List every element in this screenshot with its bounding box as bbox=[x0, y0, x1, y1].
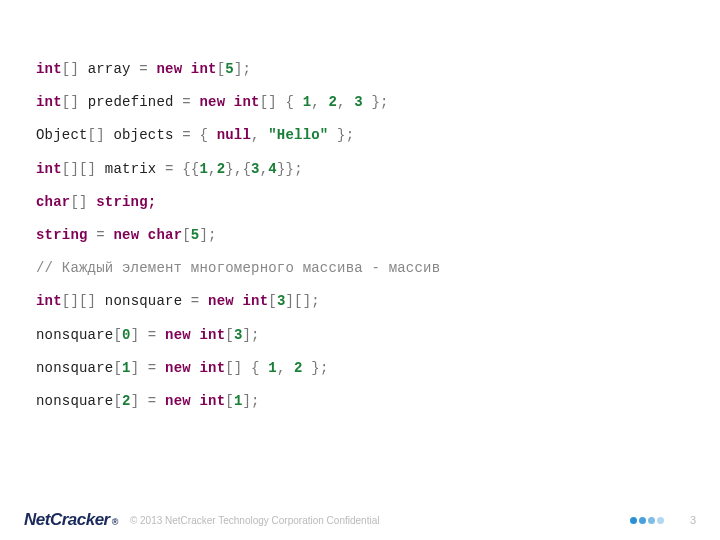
code-line: Object[] objects = { null, "Hello" }; bbox=[36, 126, 684, 144]
keyword-new-int: new int bbox=[148, 61, 217, 77]
number: 2 bbox=[294, 360, 303, 376]
brace-open: {{ bbox=[174, 161, 200, 177]
keyword-new-int: new int bbox=[156, 327, 225, 343]
keyword-int: int bbox=[36, 94, 62, 110]
operator: = bbox=[165, 161, 174, 177]
operator: = bbox=[96, 227, 105, 243]
number: 1 bbox=[199, 161, 208, 177]
brace-open: { bbox=[191, 127, 217, 143]
identifier: matrix bbox=[105, 161, 165, 177]
bracket-close: ]; bbox=[242, 393, 259, 409]
brackets: [] bbox=[88, 127, 114, 143]
brace-close: }; bbox=[328, 127, 354, 143]
slide: int[] array = new int[5]; int[] predefin… bbox=[0, 0, 720, 540]
number: 0 bbox=[122, 327, 131, 343]
bracket-close: ] bbox=[131, 393, 148, 409]
copyright-text: © 2013 NetCracker Technology Corporation… bbox=[130, 515, 380, 526]
identifier: array bbox=[88, 61, 140, 77]
identifier: objects bbox=[113, 127, 182, 143]
operator: = bbox=[182, 127, 191, 143]
bracket-open: [ bbox=[182, 227, 191, 243]
number: 2 bbox=[329, 94, 338, 110]
bracket-open: [ bbox=[113, 360, 122, 376]
page-number: 3 bbox=[682, 514, 696, 526]
number: 2 bbox=[217, 161, 226, 177]
registered-icon: ® bbox=[112, 517, 118, 527]
code-line: nonsquare[1] = new int[] { 1, 2 }; bbox=[36, 359, 684, 377]
keyword-new-int: new int bbox=[156, 393, 225, 409]
identifier: predefined bbox=[88, 94, 183, 110]
comma: , bbox=[208, 161, 217, 177]
number: 1 bbox=[122, 360, 131, 376]
identifier: nonsquare bbox=[36, 360, 113, 376]
number: 3 bbox=[251, 161, 260, 177]
keyword-null: null bbox=[217, 127, 251, 143]
brace-close: }; bbox=[363, 94, 389, 110]
brackets: [][] bbox=[62, 293, 105, 309]
bracket-open: [ bbox=[217, 61, 226, 77]
identifier: nonsquare bbox=[105, 293, 191, 309]
brace-open: [] { bbox=[225, 360, 268, 376]
brace-mid: },{ bbox=[225, 161, 251, 177]
bracket-close: ]; bbox=[242, 327, 259, 343]
bracket-open: [ bbox=[225, 327, 234, 343]
bracket-close: ][]; bbox=[285, 293, 319, 309]
dot-icon bbox=[648, 517, 655, 524]
number: 2 bbox=[122, 393, 131, 409]
code-line: int[] array = new int[5]; bbox=[36, 60, 684, 78]
number: 5 bbox=[225, 61, 234, 77]
string-literal: "Hello" bbox=[268, 127, 328, 143]
dot-icon bbox=[657, 517, 664, 524]
keyword-char: char bbox=[36, 194, 70, 210]
bracket-open: [ bbox=[113, 327, 122, 343]
identifier-string: string bbox=[36, 227, 96, 243]
brackets: [] bbox=[70, 194, 96, 210]
comma: , bbox=[337, 94, 354, 110]
brackets: [][] bbox=[62, 161, 105, 177]
code-line: // Каждый элемент многомерного массива -… bbox=[36, 259, 684, 277]
comma: , bbox=[277, 360, 294, 376]
comma: , bbox=[251, 127, 268, 143]
code-line: nonsquare[0] = new int[3]; bbox=[36, 326, 684, 344]
code-line: int[][] matrix = {{1,2},{3,4}}; bbox=[36, 160, 684, 178]
operator: = bbox=[182, 94, 191, 110]
comment: // Каждый элемент многомерного массива -… bbox=[36, 260, 440, 276]
logo: NetCracker® bbox=[24, 510, 118, 530]
number: 3 bbox=[354, 94, 363, 110]
dot-icon bbox=[639, 517, 646, 524]
brackets: [] bbox=[62, 94, 88, 110]
identifier: nonsquare bbox=[36, 393, 113, 409]
logo-text-net: Net bbox=[24, 510, 50, 530]
keyword-int: int bbox=[36, 293, 62, 309]
bracket-open: [ bbox=[268, 293, 277, 309]
footer: NetCracker® © 2013 NetCracker Technology… bbox=[0, 500, 720, 540]
dots-icon bbox=[630, 517, 664, 524]
identifier-string: string; bbox=[96, 194, 156, 210]
dot-icon bbox=[630, 517, 637, 524]
operator: = bbox=[139, 61, 148, 77]
brace-close: }; bbox=[303, 360, 329, 376]
number: 4 bbox=[268, 161, 277, 177]
brace-close: }}; bbox=[277, 161, 303, 177]
comma: , bbox=[311, 94, 328, 110]
keyword-int: int bbox=[36, 161, 62, 177]
code-line: string = new char[5]; bbox=[36, 226, 684, 244]
bracket-open: [ bbox=[225, 393, 234, 409]
code-line: char[] string; bbox=[36, 193, 684, 211]
bracket-close: ] bbox=[131, 360, 148, 376]
type-object: Object bbox=[36, 127, 88, 143]
code-line: int[] predefined = new int[] { 1, 2, 3 }… bbox=[36, 93, 684, 111]
keyword-new-int: new int bbox=[191, 94, 260, 110]
brackets: [] bbox=[62, 61, 88, 77]
number: 1 bbox=[268, 360, 277, 376]
identifier: nonsquare bbox=[36, 327, 113, 343]
bracket-open: [ bbox=[113, 393, 122, 409]
code-line: int[][] nonsquare = new int[3][]; bbox=[36, 292, 684, 310]
keyword-int: int bbox=[36, 61, 62, 77]
bracket-close: ] bbox=[131, 327, 148, 343]
brace-open: [] { bbox=[260, 94, 303, 110]
logo-text-cracker: Cracker bbox=[50, 510, 110, 530]
bracket-close: ]; bbox=[199, 227, 216, 243]
bracket-close: ]; bbox=[234, 61, 251, 77]
code-block: int[] array = new int[5]; int[] predefin… bbox=[36, 60, 684, 425]
